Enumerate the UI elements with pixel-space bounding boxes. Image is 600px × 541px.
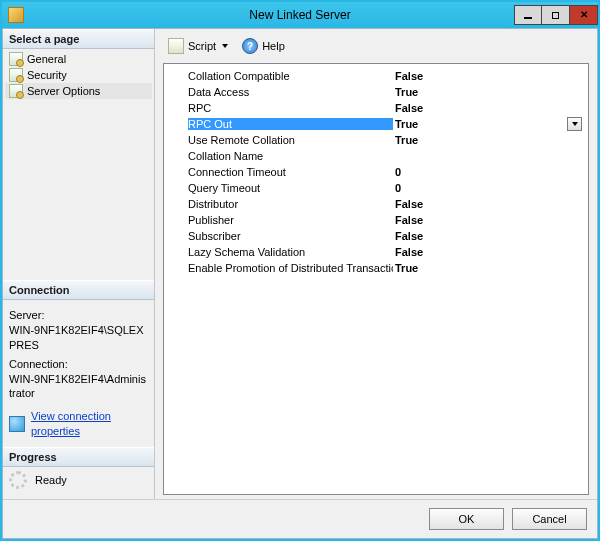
properties-icon: [9, 416, 25, 432]
property-name: RPC: [188, 102, 393, 114]
property-value[interactable]: False: [393, 214, 586, 226]
script-label: Script: [188, 40, 216, 52]
property-name: RPC Out: [188, 118, 393, 130]
maximize-icon: [552, 12, 559, 19]
property-name: Data Access: [188, 86, 393, 98]
script-icon: [168, 38, 184, 54]
property-name: Collation Name: [188, 150, 393, 162]
connection-block: Server: WIN-9NF1K82EIF4\SQLEXPRES Connec…: [3, 300, 154, 447]
property-name: Query Timeout: [188, 182, 393, 194]
page-icon: [9, 84, 23, 98]
property-row[interactable]: Query Timeout0: [166, 180, 586, 196]
toolbar: Script Help: [163, 35, 589, 63]
progress-header: Progress: [3, 447, 154, 467]
property-name: Lazy Schema Validation: [188, 246, 393, 258]
minimize-button[interactable]: [514, 5, 542, 25]
connection-link-row: View connection properties: [9, 409, 148, 439]
combo-dropdown-button[interactable]: [567, 117, 582, 131]
page-item[interactable]: Security: [5, 67, 152, 83]
property-value[interactable]: False: [393, 102, 586, 114]
property-value[interactable]: False: [393, 230, 586, 242]
page-item[interactable]: General: [5, 51, 152, 67]
page-list: GeneralSecurityServer Options: [3, 49, 154, 105]
property-row[interactable]: PublisherFalse: [166, 212, 586, 228]
property-value[interactable]: True: [393, 134, 586, 146]
server-value: WIN-9NF1K82EIF4\SQLEXPRES: [9, 323, 148, 353]
app-icon: [8, 7, 24, 23]
property-row[interactable]: Enable Promotion of Distributed Transact…: [166, 260, 586, 276]
window-buttons: [514, 5, 598, 25]
page-item[interactable]: Server Options: [5, 83, 152, 99]
property-row[interactable]: Use Remote CollationTrue: [166, 132, 586, 148]
property-row[interactable]: DistributorFalse: [166, 196, 586, 212]
view-connection-properties-link[interactable]: View connection properties: [31, 409, 148, 439]
property-value[interactable]: 0: [393, 166, 586, 178]
property-value[interactable]: False: [393, 246, 586, 258]
property-row[interactable]: Collation CompatibleFalse: [166, 68, 586, 84]
property-row[interactable]: Collation Name: [166, 148, 586, 164]
minimize-icon: [524, 17, 532, 19]
window-title: New Linked Server: [2, 8, 598, 22]
page-item-label: General: [27, 53, 66, 65]
property-name: Collation Compatible: [188, 70, 393, 82]
property-row[interactable]: RPCFalse: [166, 100, 586, 116]
left-pane: Select a page GeneralSecurityServer Opti…: [3, 29, 155, 499]
script-button[interactable]: Script: [163, 35, 233, 57]
property-name: Enable Promotion of Distributed Transact…: [188, 262, 393, 274]
property-row[interactable]: Lazy Schema ValidationFalse: [166, 244, 586, 260]
right-pane: Script Help Collation CompatibleFalseDat…: [155, 29, 597, 499]
connection-label: Connection:: [9, 357, 148, 372]
page-icon: [9, 52, 23, 66]
page-icon: [9, 68, 23, 82]
page-item-label: Security: [27, 69, 67, 81]
body: Select a page GeneralSecurityServer Opti…: [3, 29, 597, 499]
help-label: Help: [262, 40, 285, 52]
property-name: Connection Timeout: [188, 166, 393, 178]
property-value[interactable]: True: [393, 86, 586, 98]
property-row[interactable]: Connection Timeout0: [166, 164, 586, 180]
titlebar[interactable]: New Linked Server: [2, 2, 598, 28]
help-icon: [242, 38, 258, 54]
progress-status: Ready: [35, 474, 67, 486]
dialog-window: New Linked Server Select a page GeneralS…: [0, 0, 600, 541]
cancel-button[interactable]: Cancel: [512, 508, 587, 530]
property-value[interactable]: False: [393, 198, 586, 210]
help-button[interactable]: Help: [237, 35, 290, 57]
chevron-down-icon: [222, 44, 228, 48]
property-name: Publisher: [188, 214, 393, 226]
property-row[interactable]: SubscriberFalse: [166, 228, 586, 244]
button-bar: OK Cancel: [3, 499, 597, 538]
property-value[interactable]: False: [393, 70, 586, 82]
property-row[interactable]: RPC OutTrue: [166, 116, 586, 132]
server-label: Server:: [9, 308, 148, 323]
connection-header: Connection: [3, 280, 154, 300]
property-name: Subscriber: [188, 230, 393, 242]
property-value[interactable]: True: [393, 118, 586, 130]
property-row[interactable]: Data AccessTrue: [166, 84, 586, 100]
client-area: Select a page GeneralSecurityServer Opti…: [2, 28, 598, 539]
property-name: Use Remote Collation: [188, 134, 393, 146]
pages-header: Select a page: [3, 29, 154, 49]
property-value[interactable]: True: [393, 262, 586, 274]
property-grid[interactable]: Collation CompatibleFalseData AccessTrue…: [163, 63, 589, 495]
left-spacer: [3, 105, 154, 280]
progress-spinner-icon: [9, 471, 27, 489]
ok-button[interactable]: OK: [429, 508, 504, 530]
property-name: Distributor: [188, 198, 393, 210]
property-value[interactable]: 0: [393, 182, 586, 194]
connection-value: WIN-9NF1K82EIF4\Administrator: [9, 372, 148, 402]
maximize-button[interactable]: [542, 5, 570, 25]
page-item-label: Server Options: [27, 85, 100, 97]
progress-block: Ready: [3, 467, 154, 499]
close-button[interactable]: [570, 5, 598, 25]
